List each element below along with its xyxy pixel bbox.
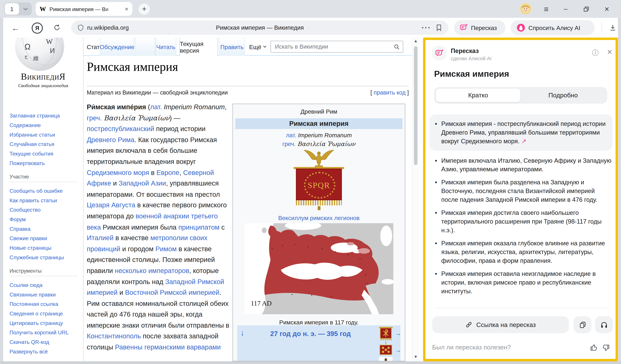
wiki-link[interactable]: лат. <box>150 103 162 111</box>
search-input[interactable] <box>271 41 403 53</box>
timeline-dates-link[interactable]: 27 год до н. э. — 395 год <box>249 330 372 338</box>
avatar[interactable] <box>520 3 531 14</box>
empire-map-117ad[interactable]: 117 AD <box>244 223 393 314</box>
browser-tab[interactable]: W Римская империя — Ви × <box>36 2 132 16</box>
scroll-down-arrow[interactable]: ▼ <box>412 355 419 361</box>
sidebar-item-whatlinkshere[interactable]: Ссылки сюда <box>10 281 79 290</box>
text-segment: и <box>118 289 125 297</box>
downloads-button[interactable] <box>608 23 618 33</box>
sidebar-item-mainpage[interactable]: Заглавная страница <box>10 111 60 121</box>
bookmark-icon[interactable] <box>435 23 443 32</box>
sidebar-header-participation: Участие <box>10 174 78 182</box>
sidebar-item-qr-code[interactable]: Скачать QR-код <box>10 337 79 347</box>
thumbs-down-button[interactable] <box>601 344 610 353</box>
title-divider <box>87 86 409 86</box>
sidebar-item-cite-page[interactable]: Цитировать страницу <box>10 318 79 328</box>
tab-edit[interactable]: Править <box>219 38 245 56</box>
timeline-next-arrow-icon2[interactable]: → <box>395 347 401 354</box>
sidebar-item-how-to-edit[interactable]: Как править статьи <box>10 196 64 206</box>
copy-text-button[interactable] <box>573 316 591 333</box>
thumbs-up-icon <box>589 343 599 352</box>
wiki-link[interactable]: Восточной Римской империей <box>125 289 219 297</box>
sidebar-item-current-events[interactable]: Текущие события <box>10 149 60 159</box>
sidebar-item-permanent-link[interactable]: Постоянная ссылка <box>10 300 79 309</box>
wiki-link[interactable]: Равенны <box>115 344 142 351</box>
wiki-link[interactable]: Цезаря Августа <box>87 202 135 209</box>
close-button[interactable]: ✕ <box>602 4 612 14</box>
sidebar-item-special-pages[interactable]: Служебные страницы <box>10 253 64 262</box>
aquila-eagle-icon[interactable] <box>302 145 335 168</box>
wiki-link[interactable]: греч. <box>87 114 102 122</box>
reload-button[interactable] <box>52 23 62 32</box>
scrollbar-thumb[interactable] <box>414 46 417 165</box>
edit-source-link[interactable]: править код <box>374 90 406 96</box>
spqr-vexillum[interactable]: SPQR <box>296 169 342 206</box>
restore-button[interactable] <box>582 4 591 14</box>
search-icon[interactable] <box>393 44 400 50</box>
menu-button[interactable]: ≡ <box>541 4 551 14</box>
timeline-down-arrow-icon[interactable]: ↓ <box>240 329 244 337</box>
tab-read[interactable]: Читать <box>155 38 176 56</box>
more-actions-icon[interactable] <box>422 27 430 29</box>
wiki-link[interactable]: несколько императоров <box>115 267 189 275</box>
copy-summary-link-button[interactable]: Ссылка на пересказ <box>432 316 569 333</box>
next-flag-partial[interactable] <box>379 357 393 361</box>
page-scrollbar[interactable]: ▲ ▼ <box>412 38 419 361</box>
sidebar-item-featured[interactable]: Избранные статьи <box>10 130 60 140</box>
wiki-link[interactable]: Италией <box>87 234 114 242</box>
source-link-arrow-icon[interactable]: ↗ <box>521 138 526 144</box>
sidebar-item-page-info[interactable]: Сведения о странице <box>10 309 79 318</box>
sidebar-item-donate[interactable]: Пожертвовать <box>10 159 60 168</box>
minimize-button[interactable]: – <box>561 4 570 14</box>
tab-current-version[interactable]: Текущая версия <box>179 38 218 56</box>
tab-more[interactable]: Ещё <box>249 38 266 56</box>
toolbar-divider <box>602 23 602 33</box>
back-button[interactable]: ← <box>10 23 20 33</box>
tab-brief[interactable]: Кратко <box>436 89 520 102</box>
sidebar-item-report-error[interactable]: Сообщить об ошибке <box>10 186 64 196</box>
scroll-up-arrow[interactable]: ▲ <box>412 39 419 45</box>
sidebar-item-contents[interactable]: Содержание <box>10 121 60 130</box>
labarum-flag[interactable] <box>379 326 393 342</box>
sidebar-item-forum[interactable]: Форум <box>10 215 64 224</box>
wiki-link[interactable]: германскими варварами <box>144 344 221 351</box>
tab-title: Римская империя — Ви <box>50 6 108 12</box>
sidebar-item-new-pages[interactable]: Новые страницы <box>10 243 64 253</box>
listen-button[interactable] <box>595 316 613 333</box>
sidebar-item-short-url[interactable]: Получить короткий URL <box>10 328 79 338</box>
sidebar-item-expand-all[interactable]: Развернуть всё <box>10 347 79 357</box>
tab-counter-button[interactable]: 1 <box>4 2 32 16</box>
sidebar-item-related-changes[interactable]: Связанные правки <box>10 290 79 300</box>
wiki-link[interactable]: Средиземного моря <box>87 169 149 176</box>
text-segment: с <box>219 223 224 231</box>
disc-banner-flag[interactable] <box>379 344 393 355</box>
sidebar-item-community[interactable]: Сообщество <box>10 206 64 215</box>
wiki-link[interactable]: Константинополь <box>87 333 141 340</box>
sidebar-item-recent-changes[interactable]: Свежие правки <box>10 234 64 243</box>
sidebar-item-random[interactable]: Случайная статья <box>10 140 60 149</box>
info-button[interactable] <box>591 48 599 56</box>
infobox-series[interactable]: Древний Рим <box>233 108 405 115</box>
address-bar[interactable]: ru.wikipedia.org Римская империя — Викип… <box>71 21 448 35</box>
wiki-link[interactable]: постреспубликанский <box>87 125 154 133</box>
tab-detailed[interactable]: Подробно <box>520 89 606 102</box>
tab-close-icon[interactable]: × <box>125 5 128 12</box>
latin-language-link[interactable]: лат. <box>286 132 296 138</box>
wiki-link[interactable]: принципатом <box>178 223 219 231</box>
wiki-link[interactable]: Западной Азии <box>119 180 166 187</box>
wikipedia-logo-globe[interactable]: W Ω И 維 ج <box>15 38 64 71</box>
greek-language-link[interactable]: греч. <box>282 141 295 147</box>
wiki-link[interactable]: Римом <box>155 245 177 253</box>
panel-close-button[interactable]: ✕ <box>607 48 613 56</box>
summary-toolbar-button[interactable]: Пересказ <box>454 20 505 35</box>
thumbs-up-button[interactable] <box>589 343 599 352</box>
wiki-link[interactable]: Европе <box>156 169 179 176</box>
tab-talk[interactable]: Обсуждение <box>100 38 134 56</box>
sidebar-item-help[interactable]: Справка <box>10 224 64 234</box>
ask-alice-button[interactable]: Спросить Алису AI <box>511 20 595 35</box>
new-tab-button[interactable]: + <box>138 3 150 15</box>
tab-variant[interactable] <box>135 38 155 56</box>
timeline-next-arrow-icon[interactable]: → <box>395 330 401 337</box>
yandex-button[interactable]: Я <box>32 23 43 34</box>
wiki-link[interactable]: Древнего Рима <box>87 136 134 144</box>
